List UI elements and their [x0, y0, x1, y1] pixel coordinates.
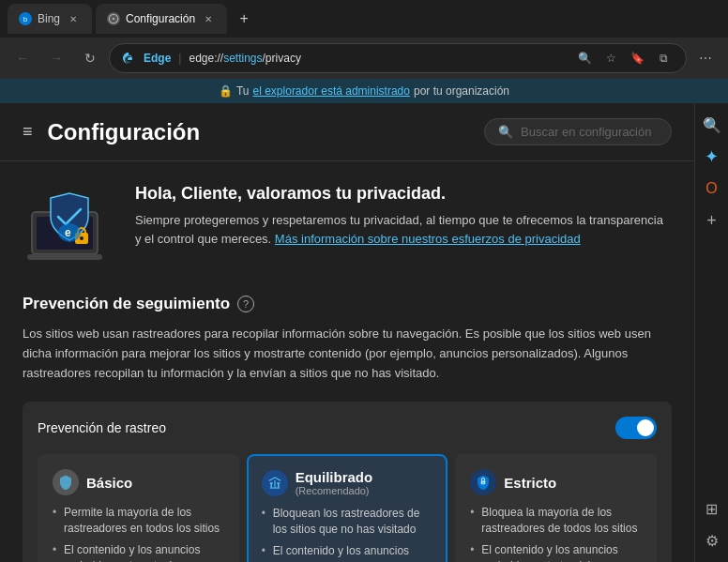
admin-link[interactable]: el explorador está administrado — [253, 84, 410, 98]
menu-button[interactable]: ≡ — [23, 122, 33, 142]
toolbar-icons: ⋯ — [690, 43, 720, 73]
sidebar-add-icon[interactable]: + — [698, 206, 726, 235]
basic-icon — [53, 469, 79, 495]
svg-rect-4 — [27, 254, 102, 260]
address-icons: 🔍 ☆ 🔖 ⧉ — [573, 47, 675, 69]
refresh-button[interactable]: ↻ — [75, 43, 105, 73]
card-strict-header: Estricto — [470, 469, 642, 495]
back-button[interactable]: ← — [8, 43, 38, 73]
hero-heading: Hola, Cliente, valoramos tu privacidad. — [135, 184, 672, 204]
settings-header: ≡ Configuración 🔍 — [0, 103, 694, 161]
hero-text: Hola, Cliente, valoramos tu privacidad. … — [135, 184, 672, 248]
balanced-card-title: Equilibrado — [296, 469, 373, 485]
sidebar-search-icon[interactable]: 🔍 — [698, 111, 726, 139]
search-address-icon[interactable]: 🔍 — [573, 47, 596, 69]
card-basic-header: Básico — [53, 469, 224, 495]
tracking-section: Prevención de seguimiento ? Los sitios w… — [23, 295, 672, 562]
edge-logo-icon — [121, 51, 136, 66]
balanced-card-bullets: Bloquean los rastreadores de los sitios … — [262, 506, 433, 562]
basic-bullet-2: El contenido y los anuncios probablement… — [53, 542, 224, 562]
more-options-icon[interactable]: ⋯ — [690, 43, 720, 73]
svg-point-6 — [80, 236, 83, 240]
tracking-box: Prevención de rastreo — [23, 402, 672, 562]
new-tab-button[interactable]: + — [231, 6, 257, 32]
address-separator: | — [178, 52, 181, 65]
balanced-title-group: Equilibrado (Recomendado) — [296, 469, 373, 496]
balanced-card-subtitle: (Recomendado) — [296, 485, 373, 496]
browser-chrome: b Bing ✕ Configuración ✕ + ← → ↻ — [0, 0, 728, 103]
basic-card-bullets: Permite la mayoría de los rastreadores e… — [53, 505, 224, 562]
sidebar-apps-icon[interactable]: ⊞ — [698, 494, 726, 523]
address-bar-row: ← → ↻ Edge | edge://settings/privacy 🔍 ☆… — [0, 38, 728, 79]
strict-title-group: Estricto — [504, 475, 556, 491]
settings-content[interactable]: e Hola, Cliente, valoramos tu privacidad… — [0, 161, 694, 562]
balanced-icon — [262, 470, 288, 496]
tracking-box-header: Prevención de rastreo — [38, 417, 657, 439]
strict-bullet-1: Bloquea la mayoría de los rastreadores d… — [470, 505, 642, 537]
strict-icon — [470, 469, 496, 495]
info-icon[interactable]: ? — [237, 296, 254, 312]
basic-card-title: Básico — [86, 475, 132, 491]
sidebar-settings-icon[interactable]: ⚙ — [698, 526, 726, 554]
admin-text-before: Tu — [236, 84, 250, 98]
lock-icon: 🔒 — [219, 84, 233, 98]
privacy-hero: e Hola, Cliente, valoramos tu privacidad… — [23, 184, 672, 268]
strict-card-bullets: Bloquea la mayoría de los rastreadores d… — [470, 505, 642, 562]
content-area: ≡ Configuración 🔍 — [0, 103, 694, 562]
tab-bar: b Bing ✕ Configuración ✕ + — [0, 0, 728, 38]
toggle-knob — [637, 419, 654, 436]
search-icon: 🔍 — [498, 125, 513, 139]
svg-point-1 — [113, 18, 115, 21]
address-bar[interactable]: Edge | edge://settings/privacy 🔍 ☆ 🔖 ⧉ — [109, 43, 687, 73]
tracking-description: Los sitios web usan rastreadores para re… — [23, 325, 672, 383]
privacy-link[interactable]: Más información sobre nuestros esfuerzos… — [275, 232, 581, 246]
admin-text-after: por tu organización — [414, 84, 509, 98]
sidebar-office-icon[interactable]: O — [698, 175, 726, 203]
hero-body: Siempre protegeremos y respetaremos tu p… — [135, 211, 672, 248]
tab-bing-close[interactable]: ✕ — [66, 11, 81, 26]
address-text: edge://settings/privacy — [189, 52, 566, 65]
tab-bing-label: Bing — [38, 12, 60, 25]
bing-favicon: b — [19, 12, 32, 25]
tracking-box-label: Prevención de rastreo — [38, 420, 166, 435]
svg-rect-14 — [269, 487, 280, 488]
tab-settings[interactable]: Configuración ✕ — [96, 4, 227, 34]
sidebar-copilot-icon[interactable]: ✦ — [698, 143, 726, 171]
split-screen-icon[interactable]: ⧉ — [652, 47, 675, 69]
tab-bing[interactable]: b Bing ✕ — [8, 4, 92, 34]
tracking-toggle[interactable] — [615, 417, 657, 439]
forward-button[interactable]: → — [41, 43, 71, 73]
page-title: Configuración — [48, 119, 469, 145]
balanced-bullet-1: Bloquean los rastreadores de los sitios … — [262, 506, 433, 538]
admin-banner: 🔒 Tu el explorador está administrado por… — [0, 79, 728, 103]
favorites-icon[interactable]: ☆ — [599, 47, 622, 69]
section-header: Prevención de seguimiento ? — [23, 295, 672, 313]
browser-brand-label: Edge — [144, 52, 171, 65]
tab-settings-close[interactable]: ✕ — [201, 11, 216, 26]
address-settings: settings — [223, 52, 262, 65]
basic-bullet-1: Permite la mayoría de los rastreadores e… — [53, 505, 224, 537]
search-input[interactable] — [521, 125, 652, 139]
strict-card-title: Estricto — [504, 475, 556, 491]
balanced-bullet-2: El contenido y los anuncios probablement… — [262, 543, 433, 562]
tracking-cards: Básico Permite la mayoría de los rastrea… — [38, 454, 657, 562]
svg-point-16 — [483, 482, 485, 484]
privacy-hero-image: e — [23, 184, 116, 268]
card-balanced-header: Equilibrado (Recomendado) — [262, 469, 433, 496]
tracking-card-basic[interactable]: Básico Permite la mayoría de los rastrea… — [38, 454, 239, 562]
tracking-card-strict[interactable]: Estricto Bloquea la mayoría de los rastr… — [455, 454, 657, 562]
tracking-card-balanced[interactable]: Equilibrado (Recomendado) Bloquean los r… — [247, 454, 448, 562]
strict-bullet-2: El contenido y los anuncios probablement… — [470, 542, 642, 562]
browser-main: ≡ Configuración 🔍 — [0, 103, 728, 562]
basic-title-group: Básico — [86, 475, 132, 491]
collections-icon[interactable]: 🔖 — [626, 47, 648, 69]
settings-search-box[interactable]: 🔍 — [484, 118, 672, 145]
sidebar-right: 🔍 ✦ O + ⊞ ⚙ — [694, 103, 728, 562]
section-title: Prevención de seguimiento — [23, 295, 230, 313]
settings-favicon — [107, 12, 120, 25]
tab-settings-label: Configuración — [126, 12, 195, 25]
svg-text:e: e — [65, 226, 71, 239]
